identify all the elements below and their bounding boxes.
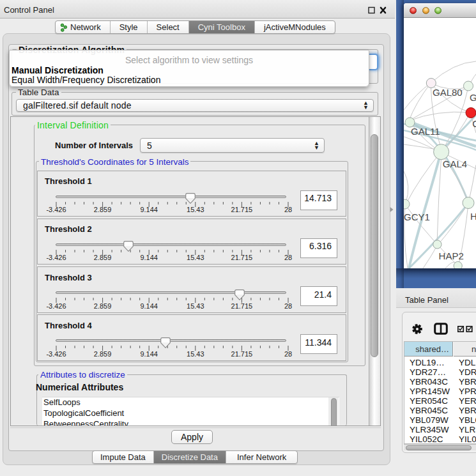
- svg-text:GAL11: GAL11: [411, 125, 440, 136]
- svg-text:GAL80: GAL80: [433, 87, 463, 98]
- svg-text:C: C: [472, 118, 476, 128]
- svg-text:GCY1: GCY1: [404, 211, 430, 222]
- svg-text:HAP2: HAP2: [439, 250, 464, 261]
- svg-text:H: H: [470, 210, 476, 221]
- svg-text:GAL4: GAL4: [443, 158, 467, 169]
- svg-text:GA: GA: [470, 92, 476, 103]
